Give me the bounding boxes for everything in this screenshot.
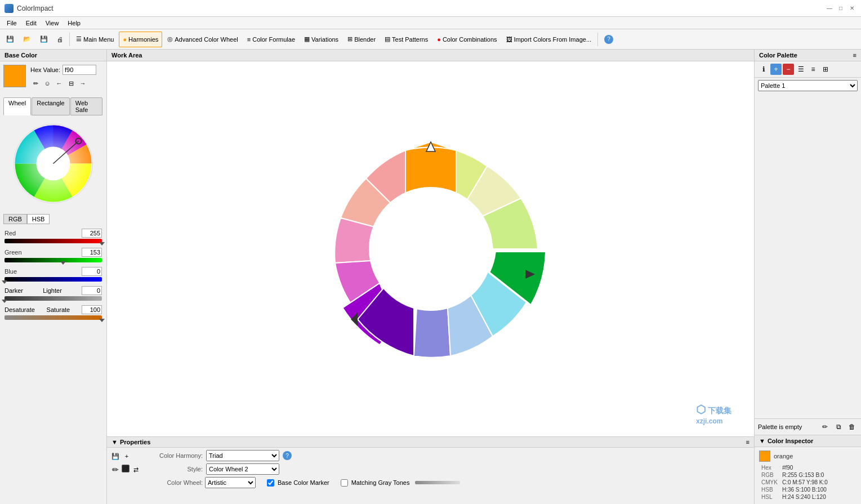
test-patterns-label: Test Patterns <box>392 36 428 43</box>
palette-selector: Palette 1 <box>758 80 858 91</box>
main-color-wheel[interactable] <box>284 100 577 398</box>
green-slider[interactable] <box>5 258 102 262</box>
wheel-tabs: Wheel Rectangle Web Safe <box>3 97 103 115</box>
toolbar-test-patterns[interactable]: ▤ Test Patterns <box>381 32 432 47</box>
palette-detail-view-btn[interactable]: ≡ <box>808 64 819 75</box>
toolbar-btn-save2[interactable]: 💾 <box>36 32 52 47</box>
menu-view[interactable]: View <box>41 19 64 28</box>
green-slider-row: Green <box>5 248 102 262</box>
toolbar-harmonies[interactable]: ● Harmonies <box>119 32 162 47</box>
blue-slider[interactable] <box>5 277 102 282</box>
palette-eyedrop-btn[interactable]: ✏ <box>819 421 831 432</box>
harmony-select[interactable]: Triad Complementary Analogous <box>206 450 279 461</box>
import-icon: 🖼 <box>506 36 512 43</box>
toolbar-blender[interactable]: ⊞ Blender <box>343 32 380 47</box>
maximize-button[interactable]: □ <box>836 4 845 13</box>
darker-slider[interactable] <box>5 296 102 301</box>
blue-value[interactable] <box>82 267 102 276</box>
base-color-swatch[interactable] <box>3 65 26 87</box>
palette-grid-view-btn[interactable]: ⊞ <box>820 64 831 75</box>
toolbar-combinations[interactable]: ● Color Combinations <box>433 32 501 47</box>
hex-input[interactable] <box>63 65 96 75</box>
saturate-value[interactable] <box>82 305 102 314</box>
harmony-help-btn[interactable]: ? <box>283 451 292 460</box>
toolbar: 💾 📂 💾 🖨 ☰ Main Menu ● Harmonies ◎ Advanc… <box>0 29 861 50</box>
gray-slider[interactable] <box>415 481 460 484</box>
props-arrows-icon[interactable]: ⇄ <box>131 465 141 475</box>
palette-delete-btn[interactable]: 🗑 <box>846 421 858 432</box>
back-tool[interactable]: ← <box>54 78 64 88</box>
toolbar-btn-print[interactable]: 🖨 <box>53 32 67 47</box>
properties-panel: ▼ Properties ≡ 💾 + ✏ ⇄ <box>107 436 754 504</box>
props-save-icon[interactable]: 💾 <box>110 451 121 461</box>
harmony-row: Color Harmony: Triad Complementary Analo… <box>146 450 752 461</box>
toolbar-import[interactable]: 🖼 Import Colors From Image... <box>502 32 596 47</box>
import-label: Import Colors From Image... <box>514 36 592 43</box>
lighter-value[interactable] <box>82 286 102 295</box>
mini-wheel-container <box>0 115 106 212</box>
toolbar-help[interactable]: ? <box>600 32 617 47</box>
props-content: 💾 + ✏ ⇄ Color Harmony: Triad <box>107 448 754 504</box>
smiley-tool[interactable]: ☺ <box>42 78 52 88</box>
tab-web-safe[interactable]: Web Safe <box>70 97 102 115</box>
mode-tab-hsb[interactable]: HSB <box>27 214 50 224</box>
toolbar-advanced-wheel[interactable]: ◎ Advanced Color Wheel <box>163 32 242 47</box>
eyedropper-tool[interactable]: ✏ <box>30 78 41 88</box>
red-slider[interactable] <box>5 239 102 243</box>
wheel-container[interactable]: ⬡ 下载集xzji.com <box>107 61 754 436</box>
style-select[interactable]: Color Wheel 2 Color Wheel 1 Color Wheel … <box>206 463 279 475</box>
palette-remove-btn[interactable]: − <box>783 64 794 75</box>
menu-help[interactable]: Help <box>63 19 85 28</box>
palette-info-btn[interactable]: ℹ <box>758 64 769 75</box>
open-icon: 📂 <box>23 35 31 43</box>
minimize-button[interactable]: — <box>825 4 834 13</box>
mini-color-wheel[interactable] <box>10 120 97 207</box>
advanced-wheel-label: Advanced Color Wheel <box>175 36 238 43</box>
harmonies-icon: ● <box>123 36 127 43</box>
menu-file[interactable]: File <box>2 19 21 28</box>
sat-slider[interactable] <box>5 315 102 320</box>
matching-gray-check[interactable] <box>341 479 348 487</box>
toolbar-formulae[interactable]: ≡ Color Formulae <box>243 32 299 47</box>
close-button[interactable]: ✕ <box>847 4 856 13</box>
hex-label: Hex Value: <box>30 66 60 73</box>
props-icons-area: 💾 + ✏ ⇄ <box>109 450 142 502</box>
tab-rectangle[interactable]: Rectangle <box>32 97 70 115</box>
palette-list-view-btn[interactable]: ☰ <box>795 64 806 75</box>
inspector-hsb-value: H:36 S:100 B:100 <box>780 486 830 493</box>
inspector-data: Hex #f90 RGB R:255 G:153 B:0 CMYK C:0 M:… <box>759 464 856 501</box>
toolbar-variations[interactable]: ▦ Variations <box>300 32 342 47</box>
save-icon: 💾 <box>6 35 14 43</box>
forward-tool[interactable]: → <box>78 78 88 88</box>
palette-add-btn[interactable]: + <box>770 64 782 75</box>
inspector-collapse-icon[interactable]: ▼ <box>759 438 765 444</box>
palette-dropdown[interactable]: Palette 1 <box>758 80 858 91</box>
props-menu-icon[interactable]: ≡ <box>746 439 750 445</box>
mode-tab-rgb[interactable]: RGB <box>3 214 27 224</box>
inspector-title: Color Inspector <box>768 438 813 444</box>
props-black-swatch[interactable] <box>122 465 130 472</box>
base-color-marker-label: Base Color Marker <box>278 479 329 486</box>
base-color-marker-row: Base Color Marker <box>267 479 329 487</box>
props-eyedrop-icon[interactable]: ✏ <box>110 465 121 475</box>
color-wheel-select[interactable]: Artistic Scientific <box>205 477 256 488</box>
advanced-wheel-icon: ◎ <box>167 35 173 43</box>
test-patterns-icon: ▤ <box>385 35 390 43</box>
toolbar-btn-open[interactable]: 📂 <box>19 32 35 47</box>
props-collapse-icon[interactable]: ▼ <box>111 439 118 445</box>
base-color-marker-check[interactable] <box>267 479 274 487</box>
style-label: Style: <box>146 466 203 472</box>
inspector-content: orange Hex #f90 RGB R:255 G:153 B:0 <box>755 447 861 504</box>
menu-edit[interactable]: Edit <box>21 19 41 28</box>
palette-copy-btn[interactable]: ⧉ <box>833 421 844 432</box>
palette-menu-icon[interactable]: ≡ <box>853 52 856 59</box>
toolbar-main-menu[interactable]: ☰ Main Menu <box>72 32 118 47</box>
tab-wheel[interactable]: Wheel <box>3 97 31 115</box>
red-value[interactable] <box>82 229 102 238</box>
svg-point-5 <box>369 187 493 311</box>
toolbar-btn-save[interactable]: 💾 <box>2 32 18 47</box>
grid-tool[interactable]: ⊟ <box>66 78 76 88</box>
green-value[interactable] <box>82 248 102 257</box>
desaturate-label: Desaturate <box>5 306 35 313</box>
props-add-icon[interactable]: + <box>122 451 132 461</box>
